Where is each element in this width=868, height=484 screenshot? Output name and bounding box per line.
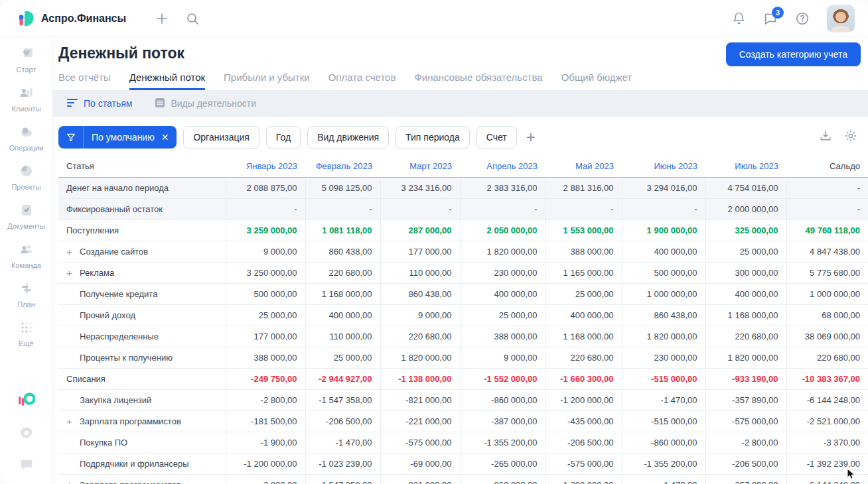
expand-plus-icon[interactable]: + (66, 416, 72, 427)
filter-chip[interactable]: Год (266, 126, 301, 149)
value-cell: - (622, 198, 705, 219)
value-cell: 1 168 000,00 (705, 304, 786, 326)
expand-plus-icon[interactable]: + (66, 246, 72, 257)
value-cell: -933 190,00 (705, 368, 786, 389)
tab-payments[interactable]: Оплата счетов (328, 72, 396, 90)
value-cell: 230 000,00 (460, 262, 545, 283)
user-avatar[interactable] (827, 5, 855, 32)
value-cell: 25 000,00 (545, 283, 622, 304)
value-cell: 68 000,00 (786, 304, 868, 326)
column-header-month[interactable]: Июль 2023 (705, 155, 786, 177)
row-label-cell: Прочий доход (58, 304, 226, 326)
sidebar-item-projects[interactable]: Проекты (3, 162, 50, 191)
value-cell: 1 000 000,00 (622, 283, 705, 304)
sidebar-item-clients[interactable]: Клиенты (3, 84, 50, 113)
value-cell: -575 000,00 (380, 432, 460, 453)
main-content: Денежный поток Создать категорию учета В… (53, 37, 868, 484)
active-filter-pill[interactable]: По умолчанию ✕ (58, 126, 177, 149)
sidebar-item-team[interactable]: Команда (3, 241, 50, 269)
topbar: Аспро.Финансы 3 (0, 0, 868, 37)
add-filter-icon[interactable]: + (526, 129, 536, 145)
value-cell: -206 500,00 (545, 432, 622, 453)
value-cell: 3 250 000,00 (226, 262, 305, 283)
table-row: Прочий доход25 000,00400 000,009 000,002… (58, 304, 868, 326)
subtab-activity-types[interactable]: Виды деятельности (155, 97, 256, 110)
tab-obligations[interactable]: Финансовые обязательства (414, 72, 542, 90)
gear-icon[interactable] (844, 129, 857, 143)
value-cell: 2 050 000,00 (460, 219, 545, 241)
filter-row: По умолчанию ✕ ОрганизацияГодВид движени… (58, 126, 868, 149)
row-label: Фиксированный остаток (66, 204, 163, 214)
bell-icon[interactable] (732, 11, 746, 25)
subtab-by-items[interactable]: По статьям (67, 98, 132, 109)
value-cell: 400 000,00 (545, 304, 622, 326)
value-cell: 2 881 316,00 (545, 177, 622, 198)
settings-icon[interactable] (19, 426, 34, 443)
funnel-icon[interactable] (58, 126, 84, 149)
mouse-cursor (847, 468, 856, 483)
value-cell: 5 775 680,00 (786, 262, 868, 283)
value-cell: 25 000,00 (460, 304, 545, 326)
expand-plus-icon[interactable]: + (66, 479, 72, 484)
active-filter-label: По умолчанию (84, 132, 160, 143)
value-cell: 860 438,00 (305, 241, 380, 262)
create-category-button[interactable]: Создать категорию учета (726, 42, 861, 66)
filter-chip[interactable]: Счет (476, 126, 517, 149)
close-icon[interactable]: ✕ (160, 132, 177, 143)
value-cell: 287 000,00 (380, 219, 460, 241)
value-cell: -249 750,00 (226, 368, 305, 389)
team-icon (19, 241, 35, 258)
value-cell: 49 760 118,00 (786, 219, 868, 241)
column-header-month[interactable]: Февраль 2023 (305, 155, 380, 177)
value-cell: 2 000 000,00 (705, 198, 786, 219)
value-cell: -181 500,00 (226, 410, 305, 432)
row-label: Создание сайтов (66, 247, 148, 257)
sidebar-item-plan[interactable]: План (3, 280, 50, 308)
row-label: Закупка лицензий (66, 395, 151, 405)
value-cell: 388 000,00 (545, 241, 622, 262)
sidebar-item-operations[interactable]: Операции (3, 123, 50, 152)
table-row: +Зарплата программистов-2 800,00-1 547 3… (58, 474, 868, 484)
column-header-month[interactable]: Июнь 2023 (622, 155, 705, 177)
feedback-icon[interactable] (19, 457, 34, 475)
filter-chip[interactable]: Организация (183, 126, 259, 149)
sidebar-item-start[interactable]: Старт (3, 45, 50, 74)
value-cell: -515 000,00 (622, 368, 705, 389)
sidebar-item-documents[interactable]: Документы (3, 202, 50, 230)
value-cell: -206 500,00 (705, 453, 786, 474)
column-header-month[interactable]: Март 2023 (380, 155, 460, 177)
tab-budget[interactable]: Общий бюджет (561, 72, 632, 90)
value-cell: 220 680,00 (545, 347, 622, 368)
download-icon[interactable] (819, 129, 832, 143)
value-cell: 4 754 016,00 (705, 177, 786, 198)
tab-profit-loss[interactable]: Прибыли и убытки (224, 72, 310, 90)
row-label: Проценты к получению (66, 353, 173, 363)
table-row: +Реклама3 250 000,00220 680,00110 000,00… (58, 262, 868, 283)
value-cell: -357 890,00 (705, 389, 786, 410)
column-header-month[interactable]: Апрель 2023 (460, 155, 545, 177)
sidebar-item-more[interactable]: Ещё (3, 319, 50, 347)
filter-chip[interactable]: Тип периода (396, 126, 470, 149)
sidebar-item-label: Команда (3, 261, 50, 269)
value-cell: 400 000,00 (622, 241, 705, 262)
row-label-cell: Подрядчики и фрилансеры (58, 453, 226, 474)
value-cell: -860 000,00 (622, 432, 705, 453)
value-cell: 110 000,00 (380, 262, 460, 283)
column-header-month[interactable]: Январь 2023 (226, 155, 305, 177)
help-icon[interactable] (795, 11, 810, 26)
value-cell: -1 355 200,00 (460, 432, 545, 453)
column-header-month[interactable]: Май 2023 (545, 155, 622, 177)
plus-icon[interactable] (155, 12, 169, 25)
tab-all-reports[interactable]: Все отчёты (58, 72, 111, 90)
tab-cash-flow[interactable]: Денежный поток (129, 72, 205, 90)
value-cell: -10 383 367,00 (786, 368, 868, 389)
value-cell: -1 660 300,00 (545, 368, 622, 389)
value-cell: 9 000,00 (380, 304, 460, 326)
row-label: Зарплата программистов (66, 416, 181, 426)
search-icon[interactable] (186, 12, 199, 25)
chat-icon[interactable]: 3 (763, 11, 778, 26)
filter-chip[interactable]: Вид движения (307, 126, 389, 149)
sidebar-item-label: Проекты (3, 183, 50, 191)
value-cell: -1 200 000,00 (226, 453, 305, 474)
expand-plus-icon[interactable]: + (66, 267, 72, 278)
